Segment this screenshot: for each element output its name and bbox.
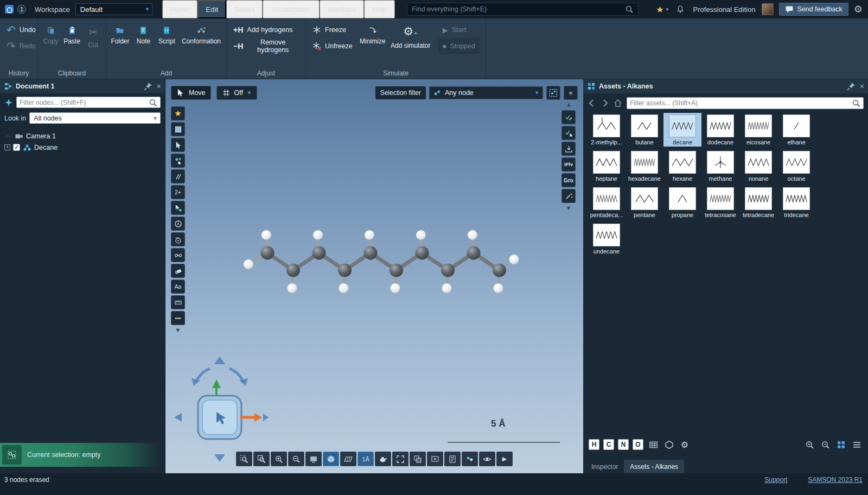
asset-methane[interactable]: methane <box>701 149 739 183</box>
asset-tridecane[interactable]: tridecane <box>777 186 815 219</box>
settings-gear-icon[interactable]: ⚙ <box>854 3 863 15</box>
search-input[interactable] <box>412 5 625 13</box>
unfreeze-button[interactable]: Unfreeze <box>308 38 357 54</box>
more-tools-button[interactable]: ••• <box>171 311 185 325</box>
asset-heptane[interactable]: heptane <box>588 149 626 183</box>
zoom-fit-button[interactable] <box>253 452 270 466</box>
add-simulator-button[interactable]: ⚙✦ Add simulator <box>388 22 433 62</box>
edit-check-button[interactable] <box>561 110 576 124</box>
menu-help[interactable]: Help <box>364 0 395 18</box>
iplv-toggle-button[interactable]: IPlv <box>561 157 576 172</box>
add-script-button[interactable]: Script <box>155 22 178 62</box>
clone-view-button[interactable] <box>410 452 426 466</box>
menu-visualization[interactable]: Visualization <box>263 0 320 18</box>
visibility-button[interactable] <box>479 452 495 466</box>
menu-interface[interactable]: Interface <box>320 0 364 18</box>
measure-button[interactable] <box>171 169 185 183</box>
undo-button[interactable]: ↶Undo <box>2 22 40 38</box>
element-n-button[interactable]: N <box>618 439 629 450</box>
asset-pentane[interactable]: pentane <box>626 186 663 219</box>
element-o-button[interactable]: O <box>633 439 643 450</box>
move-atoms-button[interactable] <box>171 201 185 215</box>
zoom-out-assets-button[interactable] <box>819 439 831 450</box>
ring-fragment-button[interactable] <box>663 439 675 450</box>
chevron-down-icon[interactable]: ▼ <box>566 205 572 211</box>
selection-filter-dropdown[interactable]: Any node ▼ <box>429 86 543 99</box>
ground-plane-button[interactable] <box>340 452 356 466</box>
zoom-in-assets-button[interactable] <box>803 439 815 450</box>
look-in-dropdown[interactable]: All nodes ▼ <box>29 112 161 124</box>
chevron-down-icon[interactable]: ▼ <box>171 327 185 333</box>
tab-assets-alkanes[interactable]: Assets - Alkanes <box>624 460 684 473</box>
add-note-button[interactable]: Note <box>132 22 155 62</box>
periodic-table-button[interactable] <box>647 439 659 450</box>
scale-unit-button[interactable]: 1Å <box>358 452 374 466</box>
tab-inspector[interactable]: Inspector <box>585 460 624 473</box>
settings-gear-icon[interactable]: ⚙ <box>679 439 691 450</box>
visibility-checkbox[interactable]: ✓ <box>13 144 20 151</box>
asset-hexadecane[interactable]: hexadecane <box>626 149 663 183</box>
filter-nodes-input[interactable] <box>20 99 149 106</box>
zoom-region-button[interactable] <box>236 452 252 466</box>
asset-nonane[interactable]: nonane <box>739 149 777 183</box>
rotate-bond-button[interactable] <box>171 248 185 262</box>
asset-propane[interactable]: propane <box>663 186 701 219</box>
favorites-button[interactable]: ★▼ <box>656 4 669 15</box>
menu-select[interactable]: Select <box>226 0 263 18</box>
asset-decane[interactable]: decane <box>663 113 701 147</box>
select-check-button[interactable] <box>561 126 576 140</box>
notifications-button[interactable] <box>676 5 685 14</box>
magic-wand-button[interactable]: ✦✦ <box>561 189 576 203</box>
viewport-3d[interactable]: Move Off ▼ Selection filter Any node ▼ × <box>165 79 583 473</box>
import-button[interactable] <box>561 142 576 156</box>
start-simulation-button[interactable]: ▶Start <box>438 22 480 38</box>
collaboration-button[interactable] <box>462 452 478 466</box>
presentation-button[interactable] <box>427 452 443 466</box>
close-icon[interactable]: × <box>860 82 864 91</box>
add-conformation-button[interactable]: ★ Conformation <box>178 22 224 62</box>
support-link[interactable]: Support <box>764 476 787 484</box>
chevron-up-icon[interactable]: ▼ <box>566 102 572 109</box>
asset-pentadecane[interactable]: pentadeca... <box>588 186 626 219</box>
pin-icon[interactable] <box>847 82 856 91</box>
favorites-star-button[interactable]: ★ <box>171 106 185 120</box>
send-feedback-button[interactable]: Send feedback <box>779 3 848 16</box>
selection-set-button[interactable] <box>546 86 560 100</box>
render-style-button[interactable] <box>375 452 391 466</box>
charge-tool-button[interactable]: 2+ <box>171 185 185 199</box>
version-link[interactable]: SAMSON 2023 R1 <box>808 476 863 484</box>
eraser-button[interactable] <box>171 264 185 278</box>
remove-hydrogens-button[interactable]: −HRemove hydrogens <box>229 38 303 54</box>
asset-undecane[interactable]: undecane <box>588 222 626 256</box>
menu-edit[interactable]: Edit <box>197 0 226 18</box>
fullscreen-button[interactable] <box>392 452 409 466</box>
atom-select-button[interactable] <box>171 154 185 168</box>
play-button[interactable]: ▶ <box>496 452 513 466</box>
global-search[interactable] <box>407 3 639 16</box>
element-c-button[interactable]: C <box>603 439 614 450</box>
asset-dodecane[interactable]: dodecane <box>701 113 739 147</box>
grid-view-button[interactable] <box>835 439 847 450</box>
rotate-dial-x-button[interactable] <box>171 217 185 231</box>
tree-item-camera[interactable]: ┄ Camera 1 <box>4 130 165 142</box>
orientation-cube-button[interactable] <box>323 452 339 466</box>
element-h-button[interactable]: H <box>589 439 599 450</box>
asset-tetradecane[interactable]: tetradecane <box>739 186 777 219</box>
screen-button[interactable] <box>305 452 322 466</box>
paste-button[interactable]: Paste <box>61 22 82 62</box>
asset-2-methylpentane[interactable]: 2-methylp... <box>588 113 626 147</box>
asset-eicosane[interactable]: eicosane <box>739 113 777 147</box>
user-avatar[interactable] <box>762 3 774 15</box>
asset-octane[interactable]: octane <box>777 149 815 183</box>
home-button[interactable] <box>614 99 622 107</box>
rectangle-select-button[interactable] <box>171 122 185 136</box>
expand-toggle[interactable]: + <box>4 144 10 150</box>
gro-toggle-button[interactable]: Gro <box>561 173 576 187</box>
ruler-button[interactable] <box>171 295 185 309</box>
asset-hexane[interactable]: hexane <box>663 149 701 183</box>
grid-snap-dropdown[interactable]: Off ▼ <box>216 86 257 100</box>
clear-selection-button[interactable]: × <box>564 86 578 100</box>
pin-icon[interactable] <box>144 82 152 91</box>
pointer-select-button[interactable] <box>171 138 185 152</box>
navigation-gizmo[interactable] <box>170 353 273 465</box>
